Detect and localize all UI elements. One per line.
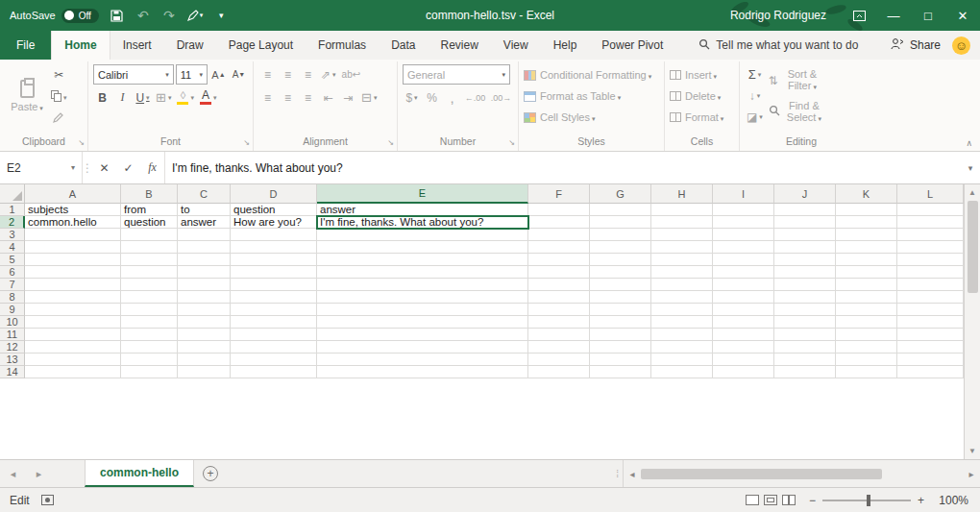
cell-D11[interactable] (231, 329, 317, 341)
cell-L12[interactable] (897, 341, 964, 354)
ink-tool-icon[interactable]: ▾ (187, 10, 204, 21)
align-bottom-button[interactable]: ≡ (299, 64, 317, 85)
cell-L2[interactable] (897, 216, 964, 229)
cell-I3[interactable] (713, 229, 774, 241)
font-size-combo[interactable]: 11▾ (176, 64, 208, 85)
cell-G8[interactable] (590, 291, 651, 304)
cell-C3[interactable] (178, 229, 231, 241)
cell-I6[interactable] (713, 266, 774, 279)
close-button[interactable]: ✕ (945, 0, 980, 31)
row-header-4[interactable]: 4 (0, 241, 25, 254)
copy-icon[interactable] (49, 85, 69, 106)
cell-A1[interactable]: subjects (25, 204, 121, 216)
cell-B10[interactable] (121, 316, 178, 329)
cell-G9[interactable] (590, 304, 651, 316)
cell-J9[interactable] (774, 304, 836, 316)
formula-input[interactable]: I'm fine, thanks. What about you? (164, 152, 961, 183)
format-painter-icon[interactable] (49, 107, 69, 127)
cell-I5[interactable] (713, 254, 774, 266)
share-button[interactable]: Share (879, 31, 952, 60)
delete-cells-button[interactable]: Delete (670, 85, 734, 107)
ribbon-display-options-icon[interactable] (842, 0, 876, 31)
cell-L3[interactable] (897, 229, 964, 241)
cell-F6[interactable] (528, 266, 590, 279)
cell-A12[interactable] (25, 341, 121, 354)
cell-L10[interactable] (897, 316, 964, 329)
cell-E12[interactable] (317, 341, 528, 354)
cell-C13[interactable] (178, 354, 231, 366)
tab-page-layout[interactable]: Page Layout (216, 31, 306, 60)
autosum-button[interactable]: Σ (745, 64, 765, 85)
cell-F10[interactable] (528, 316, 590, 329)
cell-L1[interactable] (897, 204, 964, 216)
cell-J12[interactable] (774, 341, 836, 354)
cell-C10[interactable] (178, 316, 231, 329)
cell-K6[interactable] (836, 266, 897, 279)
page-layout-view-icon[interactable] (764, 495, 777, 505)
cell-L8[interactable] (897, 291, 964, 304)
merge-center-button[interactable]: ⊟ (359, 87, 379, 108)
cell-D2[interactable]: How are you? (231, 216, 317, 229)
cell-B12[interactable] (121, 341, 178, 354)
cell-H4[interactable] (651, 241, 713, 254)
cell-J5[interactable] (774, 254, 836, 266)
customize-qat-icon[interactable]: ▾ (213, 11, 229, 20)
cell-C4[interactable] (178, 241, 231, 254)
cell-I10[interactable] (713, 316, 774, 329)
cell-F7[interactable] (528, 279, 590, 291)
redo-icon[interactable]: ↷ (161, 8, 177, 23)
format-as-table-button[interactable]: Format as Table (524, 85, 659, 107)
bold-button[interactable]: B (93, 87, 111, 108)
scroll-up-icon[interactable]: ▲ (965, 184, 980, 201)
fill-color-button[interactable]: ◊ (175, 87, 196, 108)
cell-C5[interactable] (178, 254, 231, 266)
cell-J1[interactable] (774, 204, 836, 216)
tab-draw[interactable]: Draw (164, 31, 216, 60)
row-header-3[interactable]: 3 (0, 229, 25, 241)
zoom-out-button[interactable]: − (809, 494, 816, 507)
cell-D7[interactable] (231, 279, 317, 291)
cell-G12[interactable] (590, 341, 651, 354)
cell-L4[interactable] (897, 241, 964, 254)
cell-G4[interactable] (590, 241, 651, 254)
cell-F4[interactable] (528, 241, 590, 254)
cell-D12[interactable] (231, 341, 317, 354)
cell-I8[interactable] (713, 291, 774, 304)
cell-C7[interactable] (178, 279, 231, 291)
cell-C2[interactable]: answer (178, 216, 231, 229)
cell-D8[interactable] (231, 291, 317, 304)
orientation-button[interactable]: ⇗ (319, 64, 338, 85)
cell-G11[interactable] (590, 329, 651, 341)
cell-K14[interactable] (836, 366, 897, 378)
cell-H1[interactable] (651, 204, 713, 216)
cell-K10[interactable] (836, 316, 897, 329)
formula-bar-splitter[interactable]: ⋮ (83, 152, 92, 183)
decrease-decimal-button[interactable]: .00→ (489, 87, 513, 108)
clipboard-dialog-launcher[interactable]: ↘ (78, 139, 85, 147)
column-header-D[interactable]: D (231, 184, 317, 204)
cell-A14[interactable] (25, 366, 121, 378)
cell-D1[interactable]: question (231, 204, 317, 216)
row-header-9[interactable]: 9 (0, 304, 25, 316)
cell-G1[interactable] (590, 204, 651, 216)
cell-I13[interactable] (713, 354, 774, 366)
cell-L14[interactable] (897, 366, 964, 378)
cell-A3[interactable] (25, 229, 121, 241)
cell-A8[interactable] (25, 291, 121, 304)
align-right-button[interactable]: ≡ (299, 87, 317, 108)
borders-button[interactable]: ⊞ (154, 87, 173, 108)
sheet-tab-common-hello[interactable]: common-hello (85, 460, 194, 487)
cell-E6[interactable] (317, 266, 528, 279)
cell-H7[interactable] (651, 279, 713, 291)
tab-insert[interactable]: Insert (110, 31, 164, 60)
row-header-7[interactable]: 7 (0, 279, 25, 291)
increase-indent-button[interactable]: ⇥ (339, 87, 357, 108)
tab-file[interactable]: File (0, 31, 51, 60)
cell-B9[interactable] (121, 304, 178, 316)
cell-H5[interactable] (651, 254, 713, 266)
conditional-formatting-button[interactable]: Conditional Formatting (524, 64, 659, 85)
increase-decimal-button[interactable]: ←.00 (463, 87, 487, 108)
cell-E14[interactable] (317, 366, 528, 378)
cell-K1[interactable] (836, 204, 897, 216)
cell-D10[interactable] (231, 316, 317, 329)
